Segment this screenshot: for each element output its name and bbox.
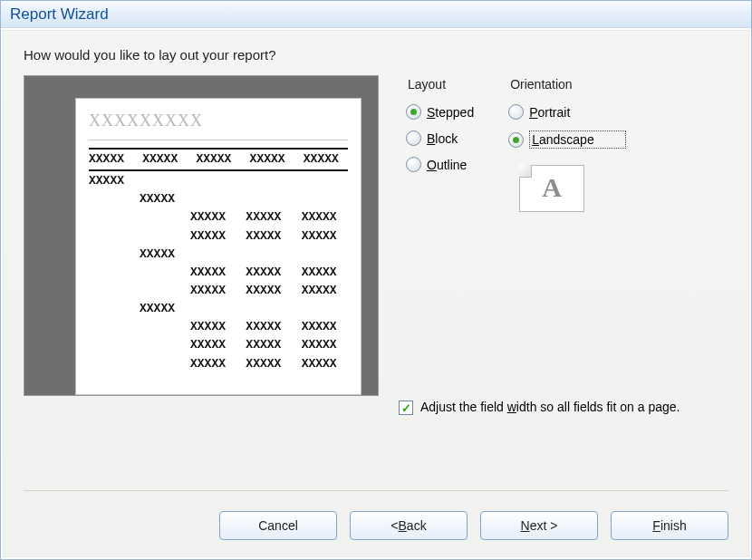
preview-detail: XXXXXXXXXXXXXXX [190, 318, 348, 336]
radio-icon [508, 104, 524, 120]
preview-page: XXXXXXXXX XXXXX XXXXX XXXXX XXXXX XXXXX … [75, 98, 362, 395]
preview-group1-sub: XXXXX [140, 190, 348, 208]
orientation-icon: A [519, 165, 584, 212]
preview-detail: XXXXXXXXXXXXXXX [190, 282, 348, 300]
button-row: Cancel < Back Next > Finish [219, 511, 728, 540]
orientation-icon-letter: A [542, 172, 562, 203]
page-fold-icon [519, 165, 532, 178]
preview-divider-light [89, 140, 348, 140]
preview-detail: XXXXXXXXXXXXXXX [190, 355, 348, 373]
preview-divider-top2 [89, 169, 348, 171]
radio-label: Portrait [529, 105, 570, 120]
back-button[interactable]: < Back [350, 511, 468, 540]
radio-icon [406, 104, 421, 120]
content-row: XXXXXXXXX XXXXX XXXXX XXXXX XXXXX XXXXX … [24, 75, 728, 396]
radio-icon [406, 157, 421, 172]
preview-heading: XXXXXXXXX [89, 111, 348, 130]
layout-group: Layout Stepped Block Outline [406, 77, 474, 212]
options-area: Layout Stepped Block Outline [399, 75, 728, 212]
layout-preview: XXXXXXXXX XXXXX XXXXX XXXXX XXXXX XXXXX … [24, 75, 379, 396]
cancel-button[interactable]: Cancel [219, 511, 337, 540]
preview-header-row: XXXXX XXXXX XXXXX XXXXX XXXXX [89, 150, 348, 169]
preview-detail: XXXXXXXXXXXXXXX [190, 227, 348, 246]
radio-block[interactable]: Block [406, 130, 474, 146]
preview-group1-sub: XXXXX [140, 246, 348, 264]
adjust-width-checkbox[interactable]: ✓ Adjust the field width so all fields f… [399, 399, 725, 416]
radio-label: Stepped [427, 105, 474, 120]
radio-icon [406, 130, 421, 146]
orientation-group-label: Orientation [510, 77, 626, 92]
checkmark-icon: ✓ [401, 402, 411, 414]
client-area: How would you like to lay out your repor… [3, 30, 749, 557]
preview-detail: XXXXXXXXXXXXXXX [190, 336, 348, 354]
window-title: Report Wizard [10, 5, 109, 24]
preview-detail: XXXXXXXXXXXXXXX [190, 264, 348, 282]
next-button[interactable]: Next > [480, 511, 598, 540]
question-text: How would you like to lay out your repor… [24, 47, 728, 63]
report-wizard-window: Report Wizard How would you like to lay … [0, 0, 752, 560]
layout-group-label: Layout [408, 77, 474, 92]
titlebar: Report Wizard [1, 1, 751, 28]
preview-data-grid: XXXXX XXXXX XXXXX XXXXX XXXXX XXXXX XXXX… [89, 150, 348, 373]
button-separator [24, 490, 728, 491]
radio-label: Outline [427, 158, 467, 172]
preview-divider-top1 [89, 148, 348, 150]
radio-icon [508, 132, 524, 148]
radio-label: Block [427, 131, 458, 146]
radio-label: Landscape [529, 130, 626, 149]
radio-stepped[interactable]: Stepped [406, 104, 474, 120]
preview-group1-sub: XXXXX [140, 300, 348, 318]
radio-landscape[interactable]: Landscape [508, 130, 626, 149]
preview-detail: XXXXXXXXXXXXXXX [190, 208, 348, 227]
checkbox-label: Adjust the field width so all fields fit… [420, 399, 680, 416]
finish-button[interactable]: Finish [611, 511, 728, 540]
checkbox-icon: ✓ [399, 401, 413, 415]
radio-outline[interactable]: Outline [406, 157, 474, 172]
radio-portrait[interactable]: Portrait [508, 104, 626, 120]
orientation-group: Orientation Portrait Landscape A [508, 77, 626, 212]
preview-group1: XXXXX [89, 172, 348, 190]
